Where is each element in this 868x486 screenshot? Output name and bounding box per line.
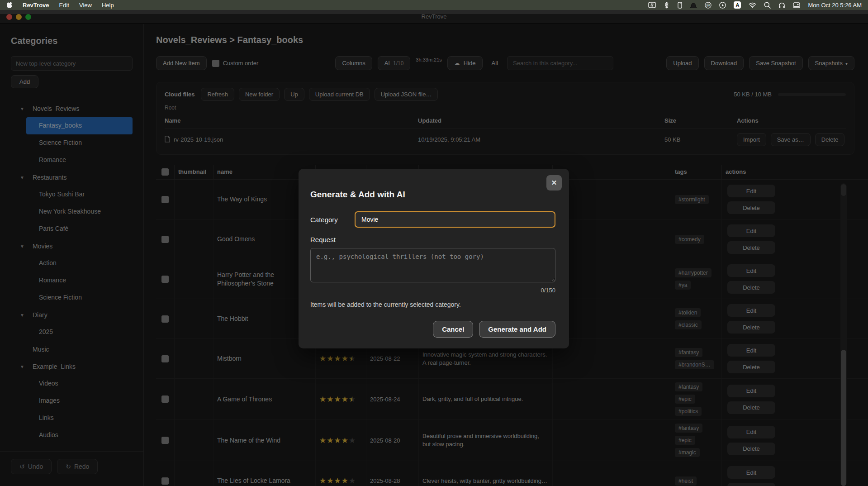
svg-text:@: @: [707, 3, 711, 7]
user-switching-icon[interactable]: [793, 1, 800, 9]
close-icon[interactable]: ✕: [546, 175, 562, 191]
char-counter: 0/150: [310, 287, 555, 294]
menu-item-edit[interactable]: Edit: [59, 2, 69, 9]
menu-item-help[interactable]: Help: [102, 2, 114, 9]
alfred-hat-icon[interactable]: [690, 1, 697, 9]
phone-mirroring-icon[interactable]: [678, 1, 682, 9]
generate-and-add-button[interactable]: Generate and Add: [479, 321, 555, 338]
cancel-button[interactable]: Cancel: [433, 321, 473, 338]
display-mirroring-icon[interactable]: [648, 1, 656, 9]
menu-app-name[interactable]: RevTrove: [23, 2, 49, 9]
dropover-icon[interactable]: [664, 1, 670, 9]
input-source-icon[interactable]: A: [734, 1, 741, 9]
headphones-icon[interactable]: [778, 1, 785, 9]
modal-title: Generate & Add with AI: [310, 190, 555, 200]
at-circle-icon[interactable]: @: [705, 1, 711, 9]
request-label: Request: [310, 236, 555, 243]
menu-item-view[interactable]: View: [79, 2, 92, 9]
menu-bar: RevTrove Edit View Help @ A: [0, 0, 868, 10]
request-textarea[interactable]: [310, 248, 555, 282]
spotlight-search-icon[interactable]: [764, 1, 771, 9]
generate-ai-modal: ✕ Generate & Add with AI Category Reques…: [299, 169, 569, 348]
menu-clock[interactable]: Mon Oct 20 5:26 AM: [808, 2, 862, 9]
wifi-icon[interactable]: [749, 1, 756, 9]
apple-icon[interactable]: [6, 1, 13, 9]
play-circle-icon[interactable]: [719, 1, 726, 9]
modal-note: Items will be added to the currently sel…: [310, 301, 555, 308]
category-label: Category: [310, 216, 355, 224]
category-input[interactable]: [355, 211, 555, 228]
